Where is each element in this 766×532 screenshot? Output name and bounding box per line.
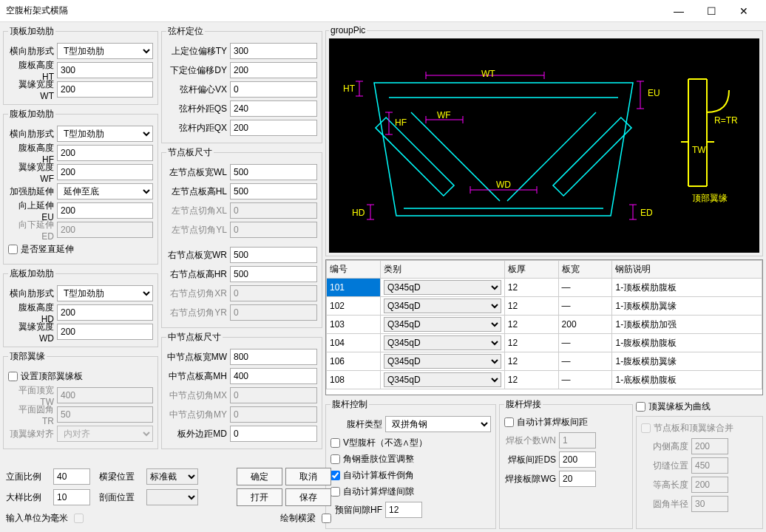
web-control-group: 腹杆控制 腹杆类型双拼角钢 V型腹杆（不选∧型） 角钢垂肢位置调整 自动计算板件… [325,398,496,529]
diagram-canvas: HT WT EU HF WF WD HD ED [329,38,759,253]
ty-input[interactable] [230,43,317,59]
top-stiff-shape[interactable]: T型加劲肋 [57,43,153,59]
auto-weld-gap-checkbox[interactable] [331,487,340,497]
svg-text:TW: TW [692,145,706,155]
open-button[interactable]: 打开 [237,488,282,506]
xr-input [230,285,317,301]
svg-text:顶部翼缘: 顶部翼缘 [692,193,728,203]
top-stiffener-group: 顶板加劲肋 横向肋形式T型加劲肋 腹板高度HT 翼缘宽度WT [3,25,158,105]
wn-input [559,432,596,449]
eq-len-input [691,477,728,493]
chord-position-group: 弦杆定位 上定位偏移TY 下定位偏移DY 弦杆偏心VX 弦杆外距QS 弦杆内距Q… [161,25,322,143]
wf-input[interactable] [57,164,153,180]
md-input[interactable] [230,426,317,442]
draw-beam-checkbox[interactable] [322,514,331,523]
category-select[interactable]: Q345qD [384,280,501,295]
qs-input[interactable] [230,100,317,117]
svg-text:WT: WT [481,69,495,79]
mx-input [230,387,317,403]
table-row[interactable]: 101Q345qD12—1-顶板横肋腹板 [327,279,762,297]
wd-input[interactable] [57,324,153,340]
ds-input[interactable] [559,451,596,468]
table-row[interactable]: 106Q345qD12—1-腹板横肋翼缘 [327,352,762,371]
my-input [230,406,317,423]
svg-text:EU: EU [648,88,660,98]
xl-input [230,202,317,219]
category-select[interactable]: Q345qD [384,372,501,387]
curve-flange-checkbox[interactable] [636,402,645,412]
svg-text:HF: HF [395,117,407,128]
web-stiff-shape[interactable]: T型加劲肋 [57,126,153,142]
table-row[interactable]: 108Q345qD12—1-底板横肋腹板 [327,371,762,389]
table-header[interactable]: 钢筋说明 [612,261,762,279]
table-header[interactable]: 编号 [327,261,381,279]
section-pos-select[interactable] [146,489,198,505]
web-type-select[interactable]: 双拼角钢 [385,416,491,432]
ext-select[interactable]: 延伸至底 [57,183,153,200]
inner-h-input [691,438,728,454]
hf-input[interactable] [57,145,153,161]
maximize-button[interactable]: ☐ [695,0,728,22]
mh-input[interactable] [230,368,317,384]
web-stiffener-group: 腹板加劲肋 横向肋形式T型加劲肋 腹板高度HF 翼缘宽度WF 加强肋延伸延伸至底… [3,108,158,265]
big-ratio-input[interactable] [53,489,90,505]
svg-rect-1 [553,117,631,196]
table-header[interactable]: 类别 [380,261,504,279]
fillet-input [691,496,728,512]
ok-button[interactable]: 确定 [237,468,282,485]
beam-pos-select[interactable]: 标准截 [146,468,198,485]
wt-input[interactable] [57,81,153,98]
qx-input[interactable] [230,120,317,136]
wr-input[interactable] [230,247,317,263]
set-top-flange-checkbox[interactable] [8,372,18,381]
vertical-ext-checkbox[interactable] [8,245,18,254]
wl-input[interactable] [230,164,317,180]
align-select: 内对齐 [57,426,153,442]
ed-input [57,222,153,238]
hl-input[interactable] [230,183,317,200]
svg-text:HD: HD [352,208,365,218]
curve-flange-group: 节点板和顶翼缘合并 内侧高度 切缝位置 等高长度 圆角半径 [636,416,763,529]
table-row[interactable]: 102Q345qD12—1-顶板横肋翼缘 [327,297,762,316]
table-row[interactable]: 103Q345qD122001-顶板横肋加强 [327,316,762,334]
bottom-stiff-shape[interactable]: T型加劲肋 [57,285,153,301]
minimize-button[interactable]: — [662,0,695,22]
wg-input[interactable] [559,471,596,487]
plate-table: 编号类别板厚板宽钢筋说明 101Q345qD12—1-顶板横肋腹板102Q345… [325,259,763,395]
cancel-button[interactable]: 取消 [285,468,331,485]
tr-input [57,406,153,423]
table-row[interactable]: 104Q345qD12—1-腹板横肋腹板 [327,334,762,352]
auto-weld-spacing-checkbox[interactable] [504,417,514,427]
yl-input [230,222,317,238]
tw-input [57,387,153,403]
category-select[interactable]: Q345qD [384,354,501,369]
diagram-group: groupPic [325,25,763,256]
dy-input[interactable] [230,62,317,78]
elev-ratio-input[interactable] [53,468,90,485]
eu-input[interactable] [57,202,153,219]
save-button[interactable]: 保存 [285,488,331,506]
table-header[interactable]: 板厚 [504,261,558,279]
close-button[interactable]: ✕ [728,0,760,22]
window-title: 空腹桁架式横隔 [6,4,662,17]
hr-input[interactable] [230,266,317,282]
mw-input[interactable] [230,349,317,365]
gap-hf-input[interactable] [385,502,422,518]
v-web-checkbox[interactable] [331,438,340,448]
table-header[interactable]: 板宽 [558,261,612,279]
vx-input[interactable] [230,81,317,98]
category-select[interactable]: Q345qD [384,335,501,350]
unit-checkbox [74,514,84,523]
category-select[interactable]: Q345qD [384,317,501,332]
auto-chamfer-checkbox[interactable] [331,471,340,480]
titlebar: 空腹桁架式横隔 — ☐ ✕ [0,0,766,22]
ht-input[interactable] [57,62,153,78]
hd-input[interactable] [57,304,153,321]
merge-checkbox [641,423,651,433]
bottom-stiffener-group: 底板加劲肋 横向肋形式T型加劲肋 腹板高度HD 翼缘宽度WD [3,267,158,347]
web-weld-group: 腹杆焊接 自动计算焊板间距 焊板个数WN 焊板间距DS 焊接板隙WG [499,398,633,529]
category-select[interactable]: Q345qD [384,299,501,313]
svg-text:HT: HT [343,83,356,94]
svg-text:WF: WF [437,110,451,120]
angle-adj-checkbox[interactable] [331,454,340,464]
